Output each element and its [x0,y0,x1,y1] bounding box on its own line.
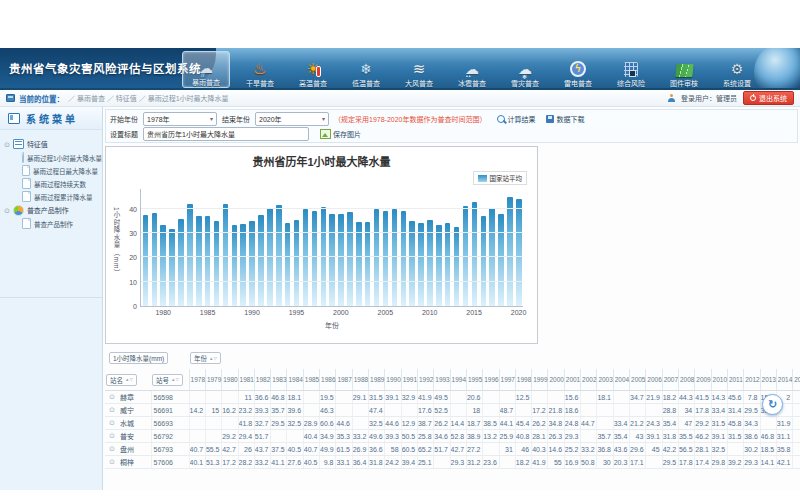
bar-2012[interactable] [445,223,451,306]
bar-2018[interactable] [498,214,504,306]
chart-title-input[interactable]: 贵州省历年1小时最大降水量 [143,127,309,141]
bar-1991[interactable] [258,215,264,306]
sidebar-group-特征值[interactable]: ⊙特征值 [4,137,98,151]
toolbar-item-高温普查[interactable]: 高温普查 [290,53,336,88]
toolbar-item-暴雨普查[interactable]: 暴雨普查 [182,51,230,88]
end-year-select[interactable]: 2020年 ▾ [255,112,329,126]
start-year-select[interactable]: 1978年 ▾ [143,112,217,126]
bar-2001[interactable] [347,212,353,306]
year-header-2002[interactable]: 2002 [581,369,597,391]
year-header-2006[interactable]: 2006 [646,369,662,391]
row-expand-icon[interactable]: ⊙ [105,456,119,469]
bar-1981[interactable] [169,229,175,306]
bar-2009[interactable] [418,223,424,306]
bar-1986[interactable] [214,221,220,306]
year-header-1989[interactable]: 1989 [369,369,385,391]
row-expand-icon[interactable]: ⊙ [105,430,119,443]
year-header-1986[interactable]: 1986 [320,369,336,391]
bar-2015[interactable] [472,202,478,306]
bar-1980[interactable] [160,225,166,306]
sort-arrows-icon[interactable]: ▲▽ [209,356,217,361]
year-header-1997[interactable]: 1997 [499,369,515,391]
bar-2020[interactable] [516,199,522,306]
sidebar-group-普查产品制作[interactable]: ⊙普查产品制作 [4,203,98,217]
year-header-1995[interactable]: 1995 [466,369,482,391]
bar-2013[interactable] [454,227,460,306]
year-header-1980[interactable]: 1980 [222,369,238,391]
year-header-2004[interactable]: 2004 [613,369,629,391]
toolbar-item-冰雹普查[interactable]: 冰雹普查 [449,53,495,88]
station-table-wrap[interactable]: 站名 ▲▽ 站号 ▲▽ 19781979198019811982198319 [105,369,800,469]
year-sort-box[interactable]: 年份 ▲▽ [190,352,221,364]
year-header-2003[interactable]: 2003 [597,369,613,391]
bar-2005[interactable] [383,211,389,306]
year-header-1988[interactable]: 1988 [352,369,368,391]
year-header-2013[interactable]: 2013 [760,369,776,391]
bar-2007[interactable] [401,211,407,306]
year-header-1994[interactable]: 1994 [450,369,466,391]
year-header-1998[interactable]: 1998 [515,369,531,391]
expand-icon[interactable]: ⊙ [4,207,10,214]
bar-1990[interactable] [249,221,255,306]
year-header-1978[interactable]: 1978 [189,369,205,391]
toolbar-item-图件审核[interactable]: 图件审核 [661,53,707,88]
station-id-header[interactable]: 站号 ▲▽ [152,374,183,386]
bar-2000[interactable] [338,214,344,306]
measure-filter-box[interactable]: 1小时降水量(mm) [109,352,168,364]
year-header-1999[interactable]: 1999 [532,369,548,391]
bar-1997[interactable] [312,211,318,306]
year-header-2007[interactable]: 2007 [662,369,678,391]
year-header-2014[interactable]: 2014 [776,369,792,391]
bar-1978[interactable] [143,215,149,306]
year-header-2009[interactable]: 2009 [695,369,711,391]
bar-1995[interactable] [294,220,300,306]
toolbar-item-综合风险[interactable]: 综合风险 [608,53,654,88]
year-header-2015[interactable]: 2015 [793,369,800,391]
year-header-1993[interactable]: 1993 [434,369,450,391]
chart-legend[interactable]: 国家站平均 [473,171,528,185]
bar-1987[interactable] [223,204,229,306]
year-header-2000[interactable]: 2000 [548,369,564,391]
year-header-1987[interactable]: 1987 [336,369,352,391]
year-header-2010[interactable]: 2010 [711,369,727,391]
bar-2003[interactable] [365,222,371,306]
refresh-float-button[interactable]: ↻ [762,394,783,415]
bar-1994[interactable] [285,223,291,306]
sidebar-item-暴雨过程累计降水量[interactable]: 暴雨过程累计降水量 [4,190,98,203]
bar-2019[interactable] [507,197,513,306]
year-header-2011[interactable]: 2011 [727,369,743,391]
bar-1983[interactable] [187,204,193,306]
year-header-1979[interactable]: 1979 [205,369,221,391]
year-header-1981[interactable]: 1981 [238,369,254,391]
bar-2002[interactable] [356,222,362,306]
sidebar-item-普查产品制作[interactable]: 普查产品制作 [4,217,98,230]
toolbar-item-大风普查[interactable]: 大风普查 [396,53,442,88]
toolbar-item-雷电普查[interactable]: 雷电普查 [555,53,601,88]
station-name-header[interactable]: 站名 ▲▽ [106,374,137,386]
bar-2004[interactable] [374,209,380,306]
save-image-button[interactable]: 保存图片 [320,129,361,139]
year-header-1982[interactable]: 1982 [254,369,270,391]
bar-2008[interactable] [409,221,415,306]
year-header-1992[interactable]: 1992 [417,369,433,391]
sidebar-item-暴雨过程1小时最大降水量[interactable]: 暴雨过程1小时最大降水量 [4,151,98,164]
bar-2011[interactable] [436,225,442,306]
sort-arrows-icon[interactable]: ▲▽ [125,377,133,382]
toolbar-item-低温普查[interactable]: 低温普查 [343,53,389,88]
year-header-1996[interactable]: 1996 [483,369,499,391]
year-header-2008[interactable]: 2008 [678,369,694,391]
year-header-1985[interactable]: 1985 [303,369,319,391]
bar-1985[interactable] [205,216,211,306]
bar-1999[interactable] [329,214,335,306]
bar-1996[interactable] [303,209,309,306]
bar-1979[interactable] [152,213,158,306]
bar-2006[interactable] [392,209,398,306]
toolbar-item-雪灾普查[interactable]: 雪灾普查 [502,53,548,88]
bar-1989[interactable] [240,224,246,306]
bar-1988[interactable] [232,225,238,306]
year-header-2005[interactable]: 2005 [630,369,646,391]
sort-arrows-icon[interactable]: ▲▽ [171,377,179,382]
row-expand-icon[interactable]: ⊙ [105,391,119,404]
logout-button[interactable]: 退出系统 [743,91,794,105]
row-expand-icon[interactable]: ⊙ [105,443,119,456]
